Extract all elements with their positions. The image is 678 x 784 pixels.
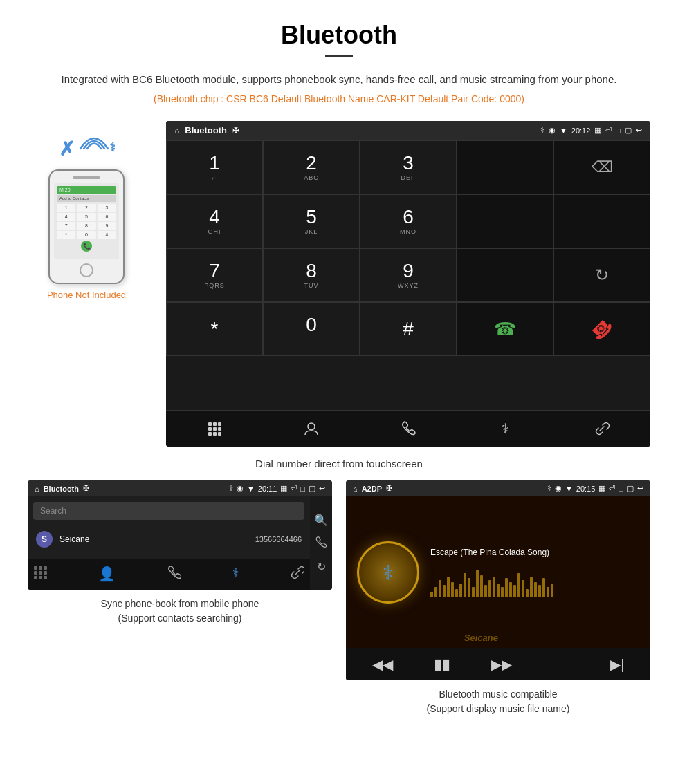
music-info: Escape (The Pina Colada Song) [430,548,639,597]
phonebook-screen: ⌂ Bluetooth ✠ ⚕ ◉ ▼ 20:11 ▦ ⏎ □ ▢ ↩ [28,480,332,590]
pb-nav-link[interactable] [291,566,304,583]
call-button[interactable]: ☎ [457,302,553,356]
spectrum-bar [468,578,470,597]
pb-home-icon[interactable]: ⌂ [35,485,39,493]
nav-bluetooth[interactable]: ⚕ [457,411,553,447]
pb-window-icon[interactable]: ▢ [309,484,315,493]
pb-back-icon[interactable]: ↩ [319,484,325,493]
spectrum-bar [534,582,537,597]
pb-loc-icon: ◉ [237,484,244,493]
sidebar-phone-icon[interactable] [315,536,327,550]
redial-key[interactable]: ↻ [553,248,650,302]
status-bar-right: ⚕ ◉ ▼ 20:12 ▦ ⏎ □ ▢ ↩ [540,126,642,135]
prev-button[interactable]: ◀◀ [372,656,393,673]
svg-rect-18 [39,576,42,579]
sidebar-search-icon[interactable]: 🔍 [314,514,328,527]
music-caption: Bluetooth music compatible (Support disp… [427,687,570,716]
nav-link[interactable] [553,411,650,447]
music-spectrum [430,563,639,597]
pb-vol-icon: ⏎ [291,484,297,493]
back-icon[interactable]: ↩ [636,126,642,135]
album-bt-icon: ⚕ [383,561,394,585]
key-6[interactable]: 6 MNO [360,194,457,248]
dialer-keypad: 1 ⌐ 2 ABC 3 DEF ⌫ 4 GHI 5 JKL [166,140,650,410]
key-5[interactable]: 5 JKL [263,194,360,248]
music-close-icon[interactable]: □ [619,485,623,493]
nav-contacts[interactable] [263,411,360,447]
empty-r3c4 [457,248,553,302]
watermark: Seicane [464,633,498,643]
nav-dialpad[interactable] [166,411,263,447]
spectrum-bar [505,578,508,597]
dialer-bottom-nav: ⚕ [166,410,650,447]
phone-call-button: 📞 [81,241,92,252]
window-icon[interactable]: ▢ [625,126,632,135]
pb-nav-person[interactable]: 👤 [98,566,116,583]
phone-home-button [80,263,93,277]
end-call-button[interactable]: ☎ [553,302,650,356]
spectrum-bar [472,587,475,597]
music-bt-icon: ⚕ [547,484,551,493]
sidebar-sync-icon[interactable]: ↻ [317,560,326,573]
music-home-icon[interactable]: ⌂ [353,485,358,493]
key-star[interactable]: * [166,302,263,356]
backspace-key[interactable]: ⌫ [553,140,650,194]
pb-cam-icon: ▦ [280,484,287,493]
spectrum-bar [497,584,500,597]
key-hash[interactable]: # [360,302,457,356]
usb-icon: ✠ [232,126,239,136]
pb-nav-grid[interactable] [33,566,47,583]
spectrum-bar [476,570,479,597]
end-call-icon: ☎ [587,314,618,345]
play-pause-button[interactable]: ▮▮ [434,655,450,673]
key-4[interactable]: 4 GHI [166,194,263,248]
key-0[interactable]: 0 + [263,302,360,356]
next-button[interactable]: ▶▶ [491,656,512,673]
svg-rect-6 [218,427,221,431]
bottom-section: ⌂ Bluetooth ✠ ⚕ ◉ ▼ 20:11 ▦ ⏎ □ ▢ ↩ [0,480,678,716]
nav-phone[interactable] [360,411,457,447]
music-loc-icon: ◉ [555,484,562,493]
spectrum-bar [530,577,533,597]
spectrum-bar [551,584,553,597]
key-1[interactable]: 1 ⌐ [166,140,263,194]
music-back-icon[interactable]: ↩ [637,484,643,493]
pb-usb-icon: ✠ [83,484,89,493]
key-9[interactable]: 9 WXYZ [360,248,457,302]
title-underline [325,55,353,57]
phone-screen: M:20 Add to Contacts 123 456 789 *0# 📞 [54,183,119,259]
phone-frame: M:20 Add to Contacts 123 456 789 *0# 📞 [48,169,125,284]
music-cam-icon: ▦ [598,484,605,493]
svg-rect-5 [213,427,217,431]
search-bar[interactable]: Search [33,502,304,520]
pb-nav-phone[interactable] [167,566,181,583]
key-2[interactable]: 2 ABC [263,140,360,194]
status-bar-left: ⌂ Bluetooth ✠ [174,125,239,136]
phone-speaker [73,176,100,179]
home-icon[interactable]: ⌂ [174,126,179,136]
svg-point-10 [308,423,315,430]
key-8[interactable]: 8 TUV [263,248,360,302]
pb-nav-bt[interactable]: ⚕ [232,566,239,583]
music-status-bar: ⌂ A2DP ✠ ⚕ ◉ ▼ 20:15 ▦ ⏎ □ ▢ ↩ [346,480,650,496]
svg-rect-16 [44,571,47,575]
svg-rect-19 [44,576,47,579]
contacts-icon [304,421,319,436]
svg-rect-17 [34,576,37,579]
spectrum-bar [434,587,437,597]
key-3[interactable]: 3 DEF [360,140,457,194]
svg-rect-13 [44,566,47,570]
skip-end-button[interactable]: ▶| [610,656,624,673]
pb-close-icon[interactable]: □ [300,485,305,493]
music-window-icon[interactable]: ▢ [627,484,634,493]
main-section: ✗ ⚕ M:20 Add to Contacts 123 456 789 *0# [0,121,678,447]
sidebar-phone-svg [315,536,327,548]
phonebook-main: Search S Seicane 13566664466 [28,496,310,590]
dialer-caption: Dial number direct from touchscreen [0,458,678,469]
close-icon[interactable]: □ [616,127,621,135]
contact-number: 13566664466 [255,535,302,543]
contact-row[interactable]: S Seicane 13566664466 [33,525,304,553]
signal-waves-icon: ⚕ [80,135,115,162]
key-7[interactable]: 7 PQRS [166,248,263,302]
dialer-status-bar: ⌂ Bluetooth ✠ ⚕ ◉ ▼ 20:12 ▦ ⏎ □ ▢ ↩ [166,121,650,140]
